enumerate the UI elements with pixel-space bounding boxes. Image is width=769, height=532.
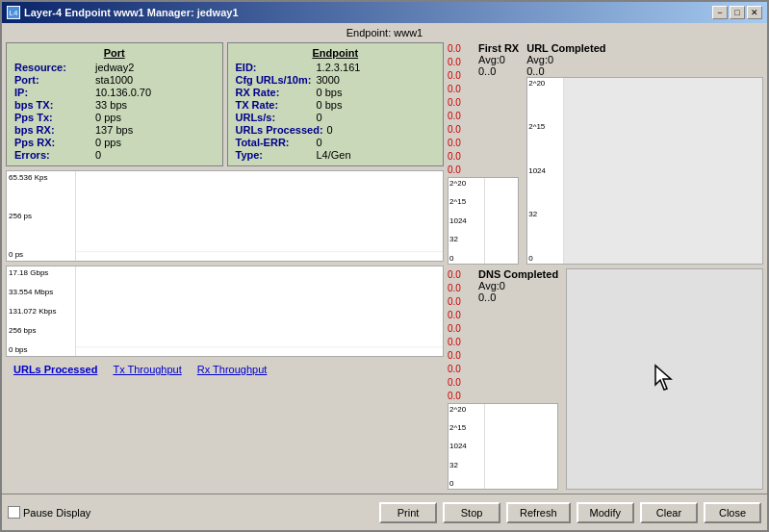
bps-tx-row: bps TX: 33 bps <box>14 99 215 111</box>
urls-processed-row: URLs Processed: 0 <box>236 124 436 136</box>
dns-val-9: 0.0 <box>448 376 474 390</box>
bps-rx-value: 137 bps <box>95 124 133 136</box>
graph-2-canvas <box>76 266 443 356</box>
cursor-icon <box>654 364 677 394</box>
print-button[interactable]: Print <box>379 502 437 523</box>
type-value: L4/Gen <box>317 149 351 161</box>
cfg-urls-value: 3000 <box>317 74 340 86</box>
ip-value: 10.136.0.70 <box>95 87 151 98</box>
bps-rx-label: bps RX: <box>14 124 91 136</box>
minimize-button[interactable]: − <box>712 6 728 19</box>
cfg-urls-row: Cfg URLs/10m: 3000 <box>236 74 436 86</box>
svg-marker-2 <box>655 366 671 390</box>
first-rx-graph: 2^20 2^15 1024 32 0 <box>448 177 519 265</box>
rx-rate-value: 0 bps <box>317 87 343 98</box>
urls-s-label: URLs/s: <box>236 112 313 123</box>
maximize-button[interactable]: □ <box>730 6 745 19</box>
rx-rate-row: RX Rate: 0 bps <box>236 87 436 98</box>
first-rx-val-7: 0.0 <box>448 123 474 137</box>
port-value: sta1000 <box>95 74 133 86</box>
close-button-bottom[interactable]: Close <box>704 502 761 523</box>
pps-rx-row: Pps RX: 0 pps <box>14 137 215 148</box>
tab-rx-throughput[interactable]: Rx Throughput <box>190 363 275 376</box>
pps-tx-row: Pps Tx: 0 pps <box>14 112 215 123</box>
first-rx-val-1: 0.0 <box>448 42 474 56</box>
url-completed-title: URL Completed <box>526 42 605 54</box>
graph-1-inner: 65.536 Kps 256 ps 0 ps <box>7 171 443 261</box>
pps-tx-label: Pps Tx: <box>14 112 91 123</box>
app-icon: L4 <box>7 6 20 19</box>
main-window: L4 Layer-4 Endpoint www1 Manager: jedway… <box>0 0 769 532</box>
dns-completed-avg: Avg:0 <box>478 280 558 291</box>
pause-display-wrap: Pause Display <box>8 506 90 519</box>
bottom-left: Pause Display <box>8 506 90 519</box>
tab-tx-throughput[interactable]: Tx Throughput <box>105 363 189 376</box>
bottom-bar: Pause Display Print Stop Refresh Modify … <box>2 494 767 530</box>
cursor-area <box>566 268 763 491</box>
endpoint-label: Endpoint: www1 <box>6 27 763 38</box>
total-err-value: 0 <box>317 137 322 148</box>
dns-graph-canvas <box>485 404 557 490</box>
y2-label-1: 17.18 Gbps <box>9 268 73 277</box>
first-rx-y2: 2^15 <box>449 197 483 206</box>
content-area: Endpoint: www1 Port Resource: jedway2 <box>2 23 767 494</box>
port-box: Port Resource: jedway2 Port: sta1000 <box>6 42 223 166</box>
url-completed-section: URL Completed Avg:0 0..0 2^20 2^15 1024 <box>526 42 763 265</box>
close-button[interactable]: ✕ <box>747 6 762 19</box>
graph-2-svg <box>76 266 443 356</box>
resource-value: jedway2 <box>95 62 134 73</box>
clear-button[interactable]: Clear <box>640 502 698 523</box>
graph-1-canvas <box>76 171 443 261</box>
tab-urls-processed[interactable]: URLs Processed <box>6 363 105 376</box>
pps-rx-label: Pps RX: <box>14 137 91 148</box>
modify-button[interactable]: Modify <box>577 502 634 523</box>
y2-label-2: 33.554 Mbps <box>9 288 73 296</box>
total-err-label: Total-ERR: <box>236 137 313 148</box>
graph-area-1: 65.536 Kps 256 ps 0 ps <box>6 170 444 262</box>
errors-row: Errors: 0 <box>14 149 215 161</box>
url-completed-avg: Avg:0 <box>526 54 605 65</box>
title-bar-controls: − □ ✕ <box>712 6 762 19</box>
port-box-title: Port <box>14 47 215 59</box>
first-rx-val-9: 0.0 <box>448 150 474 164</box>
url-y4: 32 <box>528 210 562 218</box>
pause-display-checkbox[interactable] <box>8 506 20 519</box>
first-rx-y1: 2^20 <box>449 179 483 188</box>
port-row: Port: sta1000 <box>14 74 215 86</box>
url-completed-info: URL Completed Avg:0 0..0 <box>526 42 605 77</box>
first-rx-y4: 32 <box>449 235 483 243</box>
type-row: Type: L4/Gen <box>236 149 436 161</box>
refresh-button[interactable]: Refresh <box>506 502 571 523</box>
dns-val-2: 0.0 <box>448 282 474 295</box>
graph-2-inner: 17.18 Gbps 33.554 Mbps 131.072 Kbps 256 … <box>7 266 443 356</box>
y2-label-3: 131.072 Kbps <box>9 307 73 316</box>
dns-val-1: 0.0 <box>448 268 474 282</box>
window-title: Layer-4 Endpoint www1 Manager: jedway1 <box>24 7 239 18</box>
first-rx-y3: 1024 <box>449 216 483 225</box>
first-rx-val-10: 0.0 <box>448 164 474 177</box>
dns-val-3: 0.0 <box>448 295 474 309</box>
endpoint-fields: EID: 1.2.3.161 Cfg URLs/10m: 3000 RX Rat… <box>236 62 436 161</box>
y-label-3: 0 ps <box>9 250 73 259</box>
dns-y2: 2^15 <box>449 423 483 432</box>
dns-val-5: 0.0 <box>448 322 474 336</box>
first-rx-section: 0.0 0.0 0.0 0.0 0.0 0.0 0.0 0.0 0.0 0.0 <box>448 42 519 265</box>
type-label: Type: <box>236 149 313 161</box>
url-y1: 2^20 <box>528 79 562 88</box>
first-rx-red-col: 0.0 0.0 0.0 0.0 0.0 0.0 0.0 0.0 0.0 0.0 <box>448 42 474 177</box>
metrics-section: 0.0 0.0 0.0 0.0 0.0 0.0 0.0 0.0 0.0 0.0 <box>448 42 763 265</box>
endpoint-box: Endpoint EID: 1.2.3.161 Cfg URLs/10m: 30… <box>227 42 445 166</box>
tx-rate-label: TX Rate: <box>236 99 313 111</box>
stop-button[interactable]: Stop <box>443 502 500 523</box>
url-completed-graph-canvas <box>564 78 762 264</box>
first-rx-info: First RX Avg:0 0..0 <box>478 42 519 177</box>
errors-value: 0 <box>95 149 101 161</box>
dns-red-col: 0.0 0.0 0.0 0.0 0.0 0.0 0.0 0.0 0.0 0.0 <box>448 268 474 403</box>
url-completed-graph: 2^20 2^15 1024 32 0 <box>526 77 763 265</box>
bps-rx-row: bps RX: 137 bps <box>14 124 215 136</box>
dns-graph-y: 2^20 2^15 1024 32 0 <box>449 404 485 490</box>
url-y3: 1024 <box>528 166 562 175</box>
first-rx-top: 0.0 0.0 0.0 0.0 0.0 0.0 0.0 0.0 0.0 0.0 <box>448 42 519 177</box>
dns-val-6: 0.0 <box>448 336 474 349</box>
dns-section: 0.0 0.0 0.0 0.0 0.0 0.0 0.0 0.0 0.0 0.0 <box>448 268 763 491</box>
